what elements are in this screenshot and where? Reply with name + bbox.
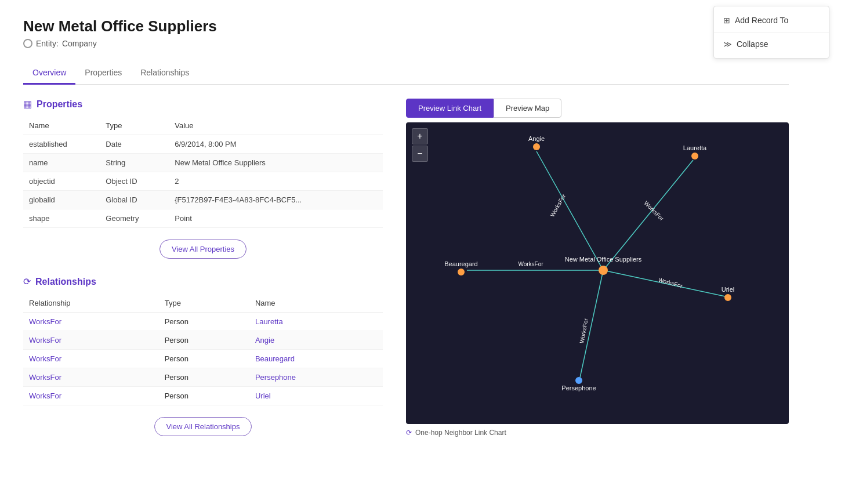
table-row: name String New Metal Office Suppliers <box>23 154 383 172</box>
svg-point-12 <box>533 143 540 150</box>
collapse-icon: ≫ <box>723 39 732 49</box>
properties-icon: ▦ <box>23 99 32 110</box>
tab-relationships[interactable]: Relationships <box>131 62 198 85</box>
prop-col-value: Value <box>169 117 383 135</box>
chart-footer-icon: ⟳ <box>406 429 412 437</box>
tab-properties[interactable]: Properties <box>75 62 131 85</box>
table-row: WorksFor Person Angie <box>23 331 383 350</box>
prop-type: Date <box>100 135 169 154</box>
relationships-header: ⟳ Relationships <box>23 276 383 287</box>
relationships-icon: ⟳ <box>23 276 31 287</box>
main-content: New Metal Office Suppliers Entity: Compa… <box>0 0 812 471</box>
rel-relationship[interactable]: WorksFor <box>23 350 159 368</box>
svg-line-1 <box>603 160 693 270</box>
add-record-label: Add Record To <box>735 16 788 25</box>
rel-name[interactable]: Uriel <box>249 387 383 405</box>
svg-text:WorksFor: WorksFor <box>549 193 567 217</box>
chart-footer: ⟳ One-hop Neighbor Link Chart <box>406 429 789 437</box>
svg-point-10 <box>599 266 608 275</box>
add-record-button[interactable]: ⊞ Add Record To <box>714 11 829 30</box>
prop-name: objectid <box>23 172 100 191</box>
prop-name: name <box>23 154 100 172</box>
rel-col-name: Name <box>249 294 383 313</box>
menu-divider <box>714 32 829 32</box>
link-chart-svg: WorksFor WorksFor WorksFor WorksFor Work… <box>406 122 789 424</box>
right-column: Preview Link Chart Preview Map + − <box>406 99 789 454</box>
view-all-properties-button[interactable]: View All Properties <box>160 240 246 259</box>
svg-line-0 <box>536 151 603 270</box>
prop-col-type: Type <box>100 117 169 135</box>
properties-title: Properties <box>37 99 82 110</box>
rel-relationship[interactable]: WorksFor <box>23 313 159 331</box>
collapse-label: Collapse <box>737 39 768 49</box>
collapse-button[interactable]: ≫ Collapse <box>714 35 829 53</box>
rel-type: Person <box>159 313 249 331</box>
table-row: globalid Global ID {F5172B97-F4E3-4A83-8… <box>23 191 383 209</box>
entity-value: Company <box>62 39 97 48</box>
rel-name[interactable]: Lauretta <box>249 313 383 331</box>
svg-point-18 <box>724 294 731 301</box>
relationships-table: Relationship Type Name WorksFor Person L… <box>23 294 383 405</box>
chart-footer-label: One-hop Neighbor Link Chart <box>415 429 506 437</box>
rel-relationship[interactable]: WorksFor <box>23 387 159 405</box>
svg-text:WorksFor: WorksFor <box>658 277 684 289</box>
prop-value: New Metal Office Suppliers <box>169 154 383 172</box>
rel-type: Person <box>159 387 249 405</box>
rel-type: Person <box>159 368 249 387</box>
prop-value: {F5172B97-F4E3-4A83-8FC4-BCF5... <box>169 191 383 209</box>
rel-name[interactable]: Angie <box>249 331 383 350</box>
prop-name: globalid <box>23 191 100 209</box>
rel-col-relationship: Relationship <box>23 294 159 313</box>
tab-preview-map[interactable]: Preview Map <box>494 99 561 118</box>
prop-type: Geometry <box>100 209 169 228</box>
chart-container: + − WorksFor WorksF <box>406 122 789 424</box>
table-row: WorksFor Person Beauregard <box>23 350 383 368</box>
tab-overview[interactable]: Overview <box>23 62 75 85</box>
prop-value: 6/9/2014, 8:00 PM <box>169 135 383 154</box>
prop-type: Global ID <box>100 191 169 209</box>
table-row: established Date 6/9/2014, 8:00 PM <box>23 135 383 154</box>
prop-value: Point <box>169 209 383 228</box>
svg-text:New Metal Office Suppliers: New Metal Office Suppliers <box>565 256 642 263</box>
add-record-icon: ⊞ <box>723 16 730 25</box>
svg-text:WorksFor: WorksFor <box>578 318 589 344</box>
table-row: WorksFor Person Lauretta <box>23 313 383 331</box>
preview-tab-bar: Preview Link Chart Preview Map <box>406 99 789 118</box>
rel-relationship[interactable]: WorksFor <box>23 368 159 387</box>
svg-text:Uriel: Uriel <box>722 286 735 293</box>
prop-type: String <box>100 154 169 172</box>
entity-line: Entity: Company <box>23 39 789 48</box>
svg-point-20 <box>575 377 582 384</box>
prop-type: Object ID <box>100 172 169 191</box>
rel-col-type: Type <box>159 294 249 313</box>
tab-preview-link-chart[interactable]: Preview Link Chart <box>406 99 494 118</box>
rel-type: Person <box>159 350 249 368</box>
prop-col-name: Name <box>23 117 100 135</box>
relationships-title: Relationships <box>35 277 96 287</box>
svg-text:Beauregard: Beauregard <box>444 260 478 267</box>
entity-icon <box>23 39 32 48</box>
rel-name[interactable]: Beauregard <box>249 350 383 368</box>
svg-point-14 <box>691 153 698 159</box>
svg-text:Angie: Angie <box>528 135 545 142</box>
svg-point-16 <box>458 269 465 275</box>
rel-name[interactable]: Persephone <box>249 368 383 387</box>
view-all-relationships-button[interactable]: View All Relationships <box>154 417 252 436</box>
table-row: WorksFor Person Uriel <box>23 387 383 405</box>
page-title: New Metal Office Suppliers <box>23 17 789 35</box>
properties-header: ▦ Properties <box>23 99 383 110</box>
properties-table: Name Type Value established Date 6/9/201… <box>23 117 383 228</box>
svg-text:WorksFor: WorksFor <box>643 200 665 222</box>
svg-text:WorksFor: WorksFor <box>518 261 543 267</box>
svg-text:Persephone: Persephone <box>561 385 596 391</box>
table-row: WorksFor Person Persephone <box>23 368 383 387</box>
table-row: shape Geometry Point <box>23 209 383 228</box>
prop-name: shape <box>23 209 100 228</box>
rel-relationship[interactable]: WorksFor <box>23 331 159 350</box>
top-bar: ⊞ Add Record To ≫ Collapse <box>713 6 829 59</box>
svg-text:Lauretta: Lauretta <box>683 144 707 151</box>
prop-value: 2 <box>169 172 383 191</box>
left-column: ▦ Properties Name Type Value established… <box>23 99 383 454</box>
prop-name: established <box>23 135 100 154</box>
table-row: objectid Object ID 2 <box>23 172 383 191</box>
